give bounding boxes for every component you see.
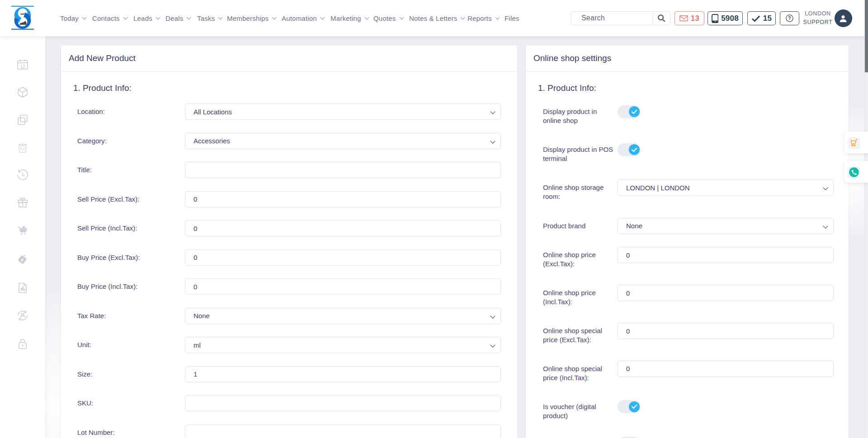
svg-text:?: ? [788, 16, 791, 21]
svg-text:12: 12 [20, 64, 25, 69]
